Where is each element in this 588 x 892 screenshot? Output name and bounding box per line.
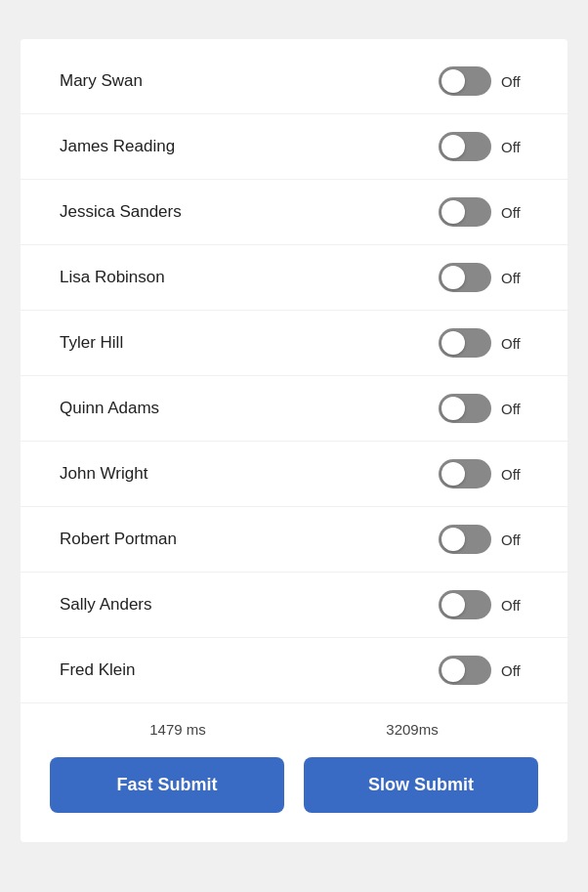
person-row: Mary SwanOff — [21, 49, 567, 114]
timing-row: 1479 ms3209ms — [21, 703, 567, 747]
person-name: Lisa Robinson — [60, 268, 165, 287]
toggle-knob — [441, 266, 465, 289]
person-row: Fred KleinOff — [21, 638, 567, 703]
toggle-switch[interactable] — [439, 132, 491, 161]
person-row: Quinn AdamsOff — [21, 376, 567, 442]
person-name: Mary Swan — [60, 71, 143, 91]
toggle-state-label: Off — [501, 73, 528, 90]
toggle-knob — [441, 135, 465, 158]
person-row: Lisa RobinsonOff — [21, 245, 567, 311]
toggle-switch[interactable] — [439, 263, 491, 292]
toggle-state-label: Off — [501, 139, 528, 155]
person-row: Sally AndersOff — [21, 573, 567, 638]
toggle-area: Off — [439, 590, 528, 619]
toggle-state-label: Off — [501, 662, 528, 679]
toggle-area: Off — [439, 197, 528, 227]
person-row: Jessica SandersOff — [21, 180, 567, 245]
toggle-state-label: Off — [501, 531, 528, 548]
toggle-switch[interactable] — [439, 394, 491, 423]
toggle-switch[interactable] — [439, 197, 491, 227]
toggle-switch[interactable] — [439, 656, 491, 685]
toggle-state-label: Off — [501, 270, 528, 286]
person-row: James ReadingOff — [21, 114, 567, 180]
toggle-switch[interactable] — [439, 328, 491, 358]
person-name: James Reading — [60, 137, 175, 156]
fast-submit-button[interactable]: Fast Submit — [50, 757, 284, 813]
toggle-knob — [441, 528, 465, 551]
toggle-state-label: Off — [501, 597, 528, 614]
toggle-knob — [441, 69, 465, 93]
slow-submit-button[interactable]: Slow Submit — [304, 757, 538, 813]
toggle-area: Off — [439, 66, 528, 96]
person-name: Quinn Adams — [60, 399, 159, 418]
person-name: Tyler Hill — [60, 333, 123, 353]
person-name: Fred Klein — [60, 660, 135, 680]
toggle-area: Off — [439, 525, 528, 554]
toggle-state-label: Off — [501, 401, 528, 417]
slow-timing: 3209ms — [386, 721, 438, 738]
toggle-state-label: Off — [501, 466, 528, 483]
toggle-knob — [441, 200, 465, 224]
fast-timing: 1479 ms — [149, 721, 206, 738]
person-name: Robert Portman — [60, 530, 177, 549]
toggle-switch[interactable] — [439, 66, 491, 96]
person-name: Sally Anders — [60, 595, 152, 615]
toggle-switch[interactable] — [439, 590, 491, 619]
toggle-area: Off — [439, 656, 528, 685]
toggle-area: Off — [439, 459, 528, 488]
toggle-area: Off — [439, 394, 528, 423]
main-card: Mary SwanOffJames ReadingOffJessica Sand… — [21, 39, 567, 842]
toggle-switch[interactable] — [439, 459, 491, 488]
toggle-state-label: Off — [501, 335, 528, 352]
toggle-knob — [441, 397, 465, 420]
toggle-knob — [441, 462, 465, 486]
toggle-knob — [441, 658, 465, 682]
toggle-knob — [441, 331, 465, 355]
toggle-area: Off — [439, 328, 528, 358]
buttons-row: Fast SubmitSlow Submit — [21, 747, 567, 823]
toggle-area: Off — [439, 263, 528, 292]
toggle-state-label: Off — [501, 204, 528, 221]
person-name: John Wright — [60, 464, 147, 484]
toggle-area: Off — [439, 132, 528, 161]
toggle-knob — [441, 593, 465, 616]
person-name: Jessica Sanders — [60, 202, 182, 222]
person-row: Robert PortmanOff — [21, 507, 567, 573]
person-row: John WrightOff — [21, 442, 567, 507]
toggle-switch[interactable] — [439, 525, 491, 554]
person-row: Tyler HillOff — [21, 311, 567, 376]
